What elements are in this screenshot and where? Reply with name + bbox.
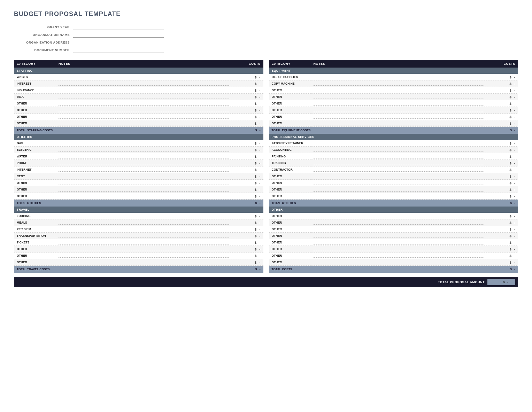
notes-input[interactable] <box>59 148 229 152</box>
notes-input[interactable] <box>314 174 484 178</box>
notes-input[interactable] <box>59 108 229 112</box>
notes-input[interactable] <box>59 227 229 231</box>
notes-input[interactable] <box>59 174 229 178</box>
notes-cell[interactable] <box>311 147 487 153</box>
notes-input[interactable] <box>314 261 484 264</box>
notes-cell[interactable] <box>56 166 232 173</box>
notes-cell[interactable] <box>56 107 232 114</box>
notes-input[interactable] <box>59 221 229 225</box>
notes-input[interactable] <box>59 82 229 86</box>
form-input-organization-name[interactable] <box>73 32 164 38</box>
notes-cell[interactable] <box>311 153 487 160</box>
notes-cell[interactable] <box>311 233 487 239</box>
notes-input[interactable] <box>314 122 484 125</box>
notes-cell[interactable] <box>56 193 232 200</box>
notes-input[interactable] <box>59 234 229 238</box>
notes-cell[interactable] <box>56 100 232 107</box>
notes-input[interactable] <box>314 181 484 185</box>
notes-cell[interactable] <box>311 100 487 107</box>
notes-input[interactable] <box>59 261 229 264</box>
notes-input[interactable] <box>314 168 484 172</box>
notes-cell[interactable] <box>311 114 487 120</box>
notes-cell[interactable] <box>56 74 232 80</box>
notes-input[interactable] <box>314 108 484 112</box>
notes-cell[interactable] <box>311 246 487 252</box>
notes-cell[interactable] <box>56 140 232 147</box>
notes-input[interactable] <box>59 141 229 145</box>
notes-input[interactable] <box>59 241 229 244</box>
notes-input[interactable] <box>314 188 484 192</box>
notes-input[interactable] <box>59 247 229 251</box>
notes-input[interactable] <box>59 102 229 106</box>
notes-input[interactable] <box>59 194 229 198</box>
notes-input[interactable] <box>314 254 484 258</box>
notes-cell[interactable] <box>311 173 487 180</box>
notes-input[interactable] <box>59 115 229 119</box>
notes-input[interactable] <box>59 75 229 79</box>
notes-input[interactable] <box>314 95 484 99</box>
notes-cell[interactable] <box>311 140 487 147</box>
notes-input[interactable] <box>314 88 484 92</box>
notes-input[interactable] <box>314 82 484 86</box>
notes-input[interactable] <box>314 247 484 251</box>
notes-input[interactable] <box>314 221 484 225</box>
notes-cell[interactable] <box>56 226 232 233</box>
notes-cell[interactable] <box>311 107 487 114</box>
notes-input[interactable] <box>314 102 484 106</box>
notes-cell[interactable] <box>56 114 232 120</box>
notes-input[interactable] <box>314 214 484 218</box>
notes-cell[interactable] <box>311 94 487 100</box>
notes-input[interactable] <box>59 254 229 258</box>
notes-input[interactable] <box>314 148 484 152</box>
notes-cell[interactable] <box>56 186 232 193</box>
notes-cell[interactable] <box>311 160 487 166</box>
notes-cell[interactable] <box>56 120 232 127</box>
notes-input[interactable] <box>314 161 484 165</box>
notes-input[interactable] <box>314 155 484 158</box>
notes-cell[interactable] <box>56 219 232 226</box>
notes-cell[interactable] <box>56 246 232 252</box>
notes-cell[interactable] <box>311 74 487 80</box>
notes-cell[interactable] <box>56 87 232 94</box>
notes-cell[interactable] <box>311 259 487 266</box>
notes-cell[interactable] <box>56 94 232 100</box>
notes-input[interactable] <box>314 115 484 119</box>
notes-cell[interactable] <box>56 259 232 266</box>
notes-cell[interactable] <box>311 120 487 127</box>
notes-input[interactable] <box>314 75 484 79</box>
form-input-organization-address[interactable] <box>73 39 164 45</box>
notes-cell[interactable] <box>56 233 232 239</box>
notes-input[interactable] <box>314 227 484 231</box>
notes-cell[interactable] <box>56 153 232 160</box>
notes-cell[interactable] <box>311 252 487 259</box>
notes-cell[interactable] <box>311 166 487 173</box>
notes-input[interactable] <box>59 214 229 218</box>
notes-cell[interactable] <box>311 180 487 186</box>
notes-cell[interactable] <box>311 213 487 219</box>
notes-cell[interactable] <box>56 80 232 87</box>
notes-cell[interactable] <box>56 213 232 219</box>
notes-cell[interactable] <box>311 226 487 233</box>
notes-input[interactable] <box>59 168 229 172</box>
notes-cell[interactable] <box>311 87 487 94</box>
notes-cell[interactable] <box>311 219 487 226</box>
notes-input[interactable] <box>59 188 229 192</box>
notes-cell[interactable] <box>56 239 232 246</box>
form-input-grant-year[interactable] <box>73 24 164 30</box>
form-input-document-number[interactable] <box>73 47 164 53</box>
notes-input[interactable] <box>314 141 484 145</box>
notes-input[interactable] <box>59 95 229 99</box>
notes-input[interactable] <box>59 155 229 158</box>
notes-input[interactable] <box>59 122 229 125</box>
notes-cell[interactable] <box>311 239 487 246</box>
notes-cell[interactable] <box>311 80 487 87</box>
notes-input[interactable] <box>314 241 484 244</box>
notes-input[interactable] <box>59 161 229 165</box>
notes-cell[interactable] <box>56 160 232 166</box>
notes-cell[interactable] <box>56 147 232 153</box>
notes-input[interactable] <box>59 181 229 185</box>
notes-cell[interactable] <box>56 173 232 180</box>
notes-input[interactable] <box>314 194 484 198</box>
notes-input[interactable] <box>59 88 229 92</box>
notes-cell[interactable] <box>311 186 487 193</box>
